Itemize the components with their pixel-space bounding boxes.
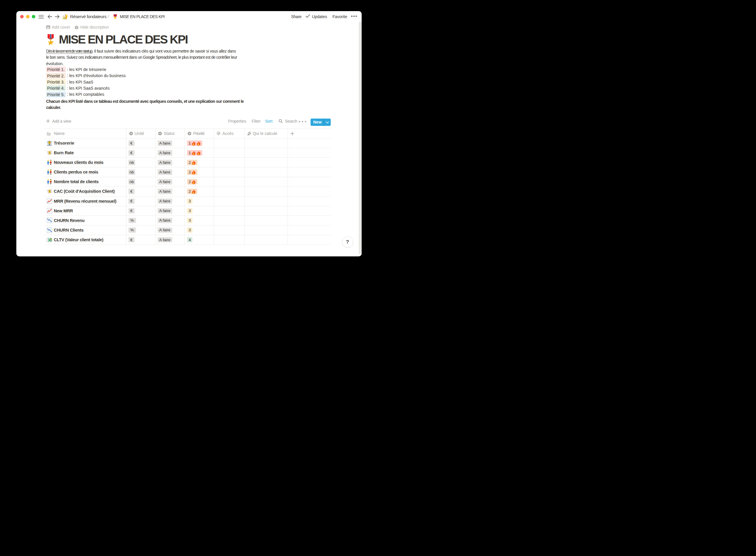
svg-text:00: 00 xyxy=(50,238,52,239)
svg-text:$: $ xyxy=(49,141,50,144)
svg-text:Aa: Aa xyxy=(47,131,51,135)
